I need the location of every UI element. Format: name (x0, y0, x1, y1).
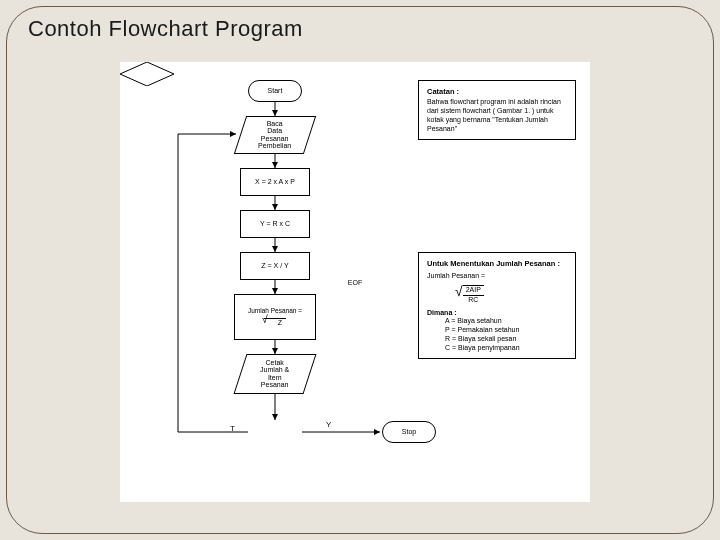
edge-label-y: Y (326, 420, 331, 429)
note2-a: A = Biaya setahun (445, 317, 567, 326)
stop-label: Stop (402, 428, 416, 436)
note2-p: P = Pemakaian setahun (445, 326, 567, 335)
frac-den: RC (465, 296, 481, 305)
note2-formula: √ 2AIP RC (455, 285, 567, 305)
page-title: Contoh Flowchart Program (28, 16, 303, 42)
note-formula: Untuk Menentukan Jumlah Pesanan : Jumlah… (418, 252, 576, 359)
note1-title: Catatan : (427, 87, 567, 96)
note1-body: Bahwa flowchart program ini adalah rinci… (427, 98, 567, 133)
note-catatan: Catatan : Bahwa flowchart program ini ad… (418, 80, 576, 140)
note2-jp: Jumlah Pesanan = (427, 272, 567, 281)
note2-r: R = Biaya sekali pesan (445, 335, 567, 344)
note2-c: C = Biaya penyimpanan (445, 344, 567, 353)
edge-label-t: T (230, 424, 235, 433)
terminator-stop: Stop (382, 421, 436, 443)
note2-title: Untuk Menentukan Jumlah Pesanan : (427, 259, 567, 268)
decision-eof: EOF (120, 62, 174, 86)
note2-dimana: Dimana : (427, 309, 567, 318)
frac-num: 2AIP (463, 286, 484, 296)
flowchart-canvas: Start Baca Data Pesanan Pembelian X = 2 … (120, 62, 590, 502)
